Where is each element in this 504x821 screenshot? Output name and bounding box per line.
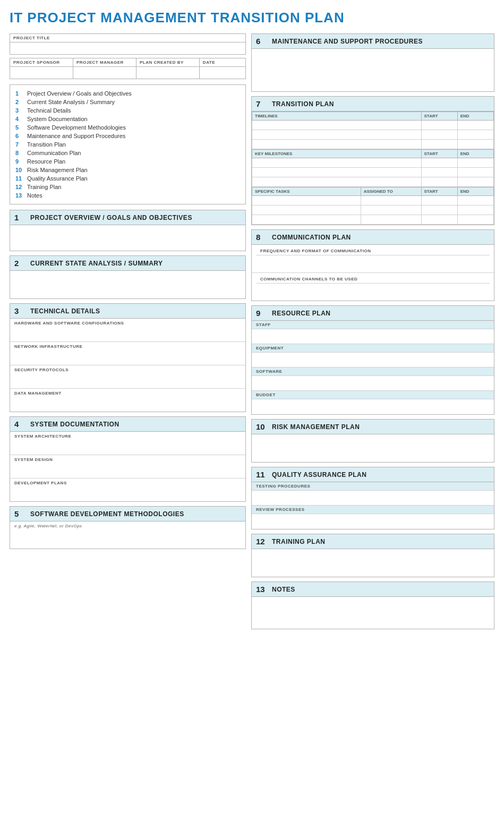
sponsor-label: PROJECT SPONSOR [10, 58, 73, 66]
resource-budget-content[interactable] [252, 399, 494, 414]
table-row[interactable] [252, 140, 494, 149]
toc-label-9: Resource Plan [27, 158, 65, 165]
toc-item-1: 1 Project Overview / Goals and Objective… [15, 89, 240, 98]
section-3-num: 3 [14, 306, 26, 315]
section-2-num: 2 [14, 259, 26, 268]
section-12-body [252, 549, 494, 577]
section-11-header: 11 QUALITY ASSURANCE PLAN [252, 467, 494, 482]
table-row[interactable] [252, 215, 494, 225]
toc-item-7: 7 Transition Plan [15, 140, 240, 149]
toc-label-8: Communication Plan [27, 150, 81, 156]
toc-label-5: Software Development Methodologies [27, 124, 126, 131]
section-8-num: 8 [256, 233, 268, 242]
toc-label-7: Transition Plan [27, 141, 66, 148]
testing-label: TESTING PROCEDURES [252, 482, 494, 491]
timelines-start-header: START [421, 112, 457, 121]
section-2-title: CURRENT STATE ANALYSIS / SUMMARY [30, 260, 163, 267]
toc-label-2: Current State Analysis / Summary [27, 99, 115, 105]
toc-num-11: 11 [15, 175, 27, 182]
section-4-num: 4 [14, 420, 26, 429]
section-12-num: 12 [256, 537, 268, 546]
date-value[interactable] [200, 67, 245, 79]
section-10: 10 RISK MANAGEMENT PLAN [251, 419, 494, 463]
table-row[interactable] [252, 121, 494, 130]
testing-content[interactable] [252, 491, 494, 506]
section-3-sub-2-label: NETWORK INFRASTRUCTURE [14, 344, 241, 349]
section-12-content[interactable] [252, 549, 494, 577]
section-11: 11 QUALITY ASSURANCE PLAN TESTING PROCED… [251, 467, 494, 529]
section-1-header: 1 PROJECT OVERVIEW / GOALS AND OBJECTIVE… [10, 210, 245, 225]
table-row[interactable] [252, 196, 494, 206]
table-row[interactable] [252, 130, 494, 140]
section-4-sub-1-label: SYSTEM ARCHITECTURE [14, 434, 241, 439]
toc-num-6: 6 [15, 133, 27, 139]
milestones-start-header: START [421, 150, 457, 158]
toc-label-1: Project Overview / Goals and Objectives [27, 90, 132, 97]
section-9-title: RESOURCE PLAN [272, 310, 331, 317]
section-4-header: 4 SYSTEM DOCUMENTATION [10, 417, 245, 432]
resource-software-content[interactable] [252, 376, 494, 391]
section-3-sub-4: DATA MANAGEMENT [10, 389, 245, 412]
table-row[interactable] [252, 206, 494, 215]
toc-item-13: 13 Notes [15, 191, 240, 200]
sponsor-value[interactable] [10, 67, 73, 79]
section-3-body: HARDWARE AND SOFTWARE CONFIGURATIONS NET… [10, 319, 245, 412]
section-4-body: SYSTEM ARCHITECTURE SYSTEM DESIGN DEVELO… [10, 432, 245, 501]
resource-equipment-label: EQUIPMENT [252, 344, 494, 353]
section-1-content[interactable] [10, 225, 245, 251]
toc-item-3: 3 Technical Details [15, 106, 240, 115]
toc-num-13: 13 [15, 192, 27, 199]
section-3-sub-4-label: DATA MANAGEMENT [14, 391, 241, 396]
section-4-sub-2-label: SYSTEM DESIGN [14, 457, 241, 462]
date-label: DATE [200, 58, 245, 66]
tasks-assigned-header: ASSIGNED TO [361, 187, 421, 196]
section-8-sub-2-content[interactable] [256, 284, 490, 298]
section-11-title: QUALITY ASSURANCE PLAN [272, 471, 366, 478]
toc-item-6: 6 Maintenance and Support Procedures [15, 132, 240, 140]
toc-item-8: 8 Communication Plan [15, 149, 240, 157]
table-row[interactable] [252, 177, 494, 187]
section-9-num: 9 [256, 309, 268, 318]
resource-staff-content[interactable] [252, 329, 494, 344]
toc-num-9: 9 [15, 158, 27, 165]
section-12: 12 TRAINING PLAN [251, 534, 494, 577]
table-row[interactable] [252, 158, 494, 168]
section-5-header: 5 SOFTWARE DEVELOPMENT METHODOLOGIES [10, 507, 245, 521]
manager-value[interactable] [73, 67, 136, 79]
tasks-header: SPECIFIC TASKS [252, 187, 361, 196]
review-content[interactable] [252, 514, 494, 529]
table-row[interactable] [252, 168, 494, 177]
section-8-sub-1-label: FREQUENCY AND FORMAT OF COMMUNICATION [256, 247, 490, 255]
section-7-header: 7 TRANSITION PLAN [252, 97, 494, 112]
section-3-title: TECHNICAL DETAILS [30, 307, 100, 315]
tasks-end-header: END [457, 187, 493, 196]
created-by-value[interactable] [136, 67, 200, 79]
section-4-sub-1: SYSTEM ARCHITECTURE [10, 432, 245, 455]
section-11-body: TESTING PROCEDURES REVIEW PROCESSES [252, 482, 494, 529]
toc-label-12: Training Plan [27, 184, 61, 190]
project-title-value[interactable] [10, 42, 245, 54]
project-title-label: PROJECT TITLE [10, 34, 245, 42]
section-7-body: TIMELINES START END KE [252, 112, 494, 225]
notes-content[interactable] [252, 597, 494, 629]
toc-label-4: System Documentation [27, 116, 88, 122]
toc-item-9: 9 Resource Plan [15, 157, 240, 166]
section-10-body [252, 434, 494, 462]
review-label: REVIEW PROCESSES [252, 506, 494, 514]
section-8-body: FREQUENCY AND FORMAT OF COMMUNICATION CO… [252, 245, 494, 301]
section-13-num: 13 [256, 585, 268, 594]
section-4: 4 SYSTEM DOCUMENTATION SYSTEM ARCHITECTU… [10, 416, 246, 502]
section-10-num: 10 [256, 422, 268, 431]
section-6-content[interactable] [252, 49, 494, 91]
section-7-title: TRANSITION PLAN [272, 100, 334, 108]
resource-equipment-content[interactable] [252, 353, 494, 367]
section-6-header: 6 MAINTENANCE AND SUPPORT PROCEDURES [252, 34, 494, 49]
section-2-content[interactable] [10, 271, 245, 298]
section-10-content[interactable] [252, 434, 494, 462]
section-8: 8 COMMUNICATION PLAN FREQUENCY AND FORMA… [251, 229, 494, 301]
section-3-sub-2: NETWORK INFRASTRUCTURE [10, 342, 245, 365]
table-of-contents: 1 Project Overview / Goals and Objective… [10, 84, 246, 204]
section-3-sub-1-label: HARDWARE AND SOFTWARE CONFIGURATIONS [14, 321, 241, 326]
section-4-sub-3: DEVELOPMENT PLANS [10, 478, 245, 501]
section-8-sub-1-content[interactable] [256, 255, 490, 270]
